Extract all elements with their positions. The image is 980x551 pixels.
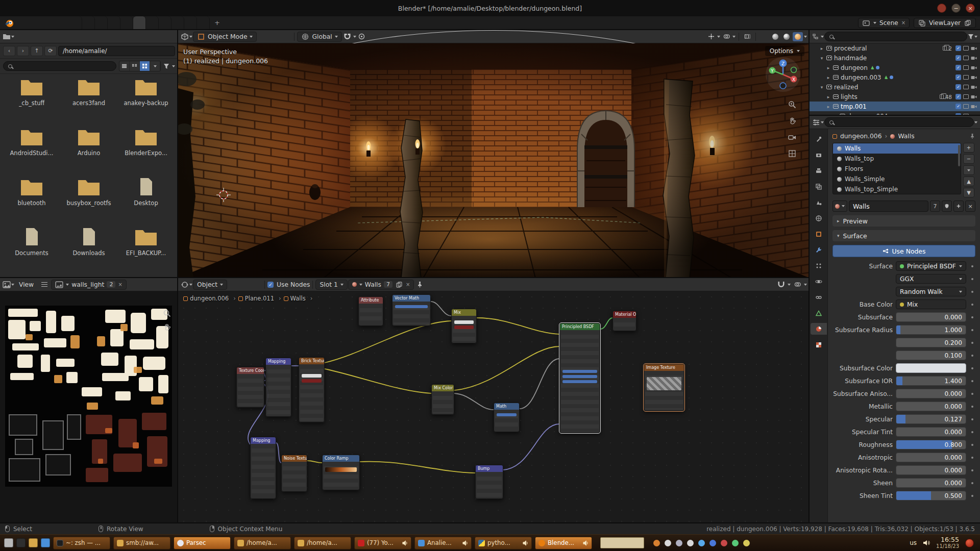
exclude-checkbox[interactable]: ✓ xyxy=(955,55,961,61)
outliner-row[interactable]: ▸ ▾ lights 48 ✓ xyxy=(810,92,980,102)
keyframe-dot[interactable] xyxy=(969,431,975,433)
snap-magnet-icon[interactable] xyxy=(342,32,353,42)
taskbar-window-button[interactable]: smb://aw... xyxy=(113,537,170,549)
chevron-down-icon[interactable] xyxy=(11,36,14,38)
property-slider[interactable]: 0.127 xyxy=(896,414,966,424)
shading-rendered-button[interactable] xyxy=(793,32,803,41)
expand-icon[interactable]: ▸ xyxy=(826,75,831,80)
hide-viewport-icon[interactable] xyxy=(963,94,969,99)
shader-type-dropdown[interactable]: Object xyxy=(193,280,227,290)
shader-node[interactable]: Math xyxy=(494,403,520,432)
property-slider[interactable]: 0.000 xyxy=(896,312,966,322)
shader-node-title[interactable]: Noise Texture xyxy=(282,455,307,462)
shader-node-title[interactable]: Texture Coordinate xyxy=(237,367,264,374)
outliner-row[interactable]: ▸ ▾ realized ✓ xyxy=(810,82,980,92)
node-canvas[interactable]: dungeon.006Plane.011Walls Attribute Vect… xyxy=(178,291,810,522)
minimize-icon[interactable]: − xyxy=(951,4,961,13)
taskbar-window-button[interactable]: Blende... xyxy=(535,537,592,549)
keyframe-dot[interactable] xyxy=(969,265,975,267)
hide-viewport-icon[interactable] xyxy=(963,85,969,89)
expand-icon[interactable]: ▸ xyxy=(819,46,824,51)
property-slider[interactable]: 1.400 xyxy=(896,376,966,386)
property-slider[interactable]: 0.500 xyxy=(896,491,966,500)
taskbar-window-button[interactable]: ~: zsh — ... xyxy=(53,537,110,549)
file-item[interactable]: _cb_stuff xyxy=(3,74,60,124)
surface-shader-dropdown[interactable]: Principled BSDF xyxy=(896,261,966,271)
viewport-menu[interactable] xyxy=(283,36,291,38)
taskbar-window-button[interactable]: (77) Yo... xyxy=(354,537,411,549)
close-icon[interactable]: × xyxy=(966,4,975,13)
zoom-icon[interactable] xyxy=(163,310,171,317)
file-search-input[interactable] xyxy=(3,61,116,71)
terminal-launcher-icon[interactable] xyxy=(16,538,26,547)
pin-icon[interactable] xyxy=(414,280,425,290)
properties-options-chevron-icon[interactable] xyxy=(974,121,977,123)
display-settings-button[interactable] xyxy=(150,61,160,71)
tab-scene[interactable] xyxy=(811,196,827,208)
gizmo-chevron-icon[interactable] xyxy=(717,36,720,38)
file-browser-menu[interactable] xyxy=(15,36,23,38)
note-icon[interactable] xyxy=(665,540,671,546)
keyframe-dot[interactable] xyxy=(969,329,975,331)
shader-node[interactable]: Principled BSDF xyxy=(559,323,600,433)
workspace-tab[interactable] xyxy=(108,16,120,29)
keyframe-dot[interactable] xyxy=(969,469,975,471)
files-launcher-icon[interactable] xyxy=(29,538,38,547)
property-slider[interactable]: 0.100 xyxy=(896,350,966,360)
breadcrumb-item[interactable]: Plane.011 xyxy=(238,295,281,302)
hide-render-icon[interactable] xyxy=(971,56,977,61)
image-editor-canvas[interactable] xyxy=(0,291,178,522)
scene-browse-icon[interactable] xyxy=(862,19,870,27)
gizmo-z-label[interactable]: Z xyxy=(781,61,785,66)
tab-tool[interactable] xyxy=(811,133,827,145)
breadcrumb-object[interactable]: dungeon.006 xyxy=(840,133,881,140)
chevron-down-icon[interactable] xyxy=(172,65,175,67)
workspace-tab[interactable] xyxy=(133,16,146,29)
chevron-down-icon[interactable] xyxy=(11,284,14,286)
hide-render-icon[interactable] xyxy=(971,94,977,99)
image-unlink-icon[interactable]: × xyxy=(118,282,122,287)
keyframe-dot[interactable] xyxy=(969,278,975,280)
power-button[interactable] xyxy=(965,539,974,547)
exclude-checkbox[interactable]: ✓ xyxy=(955,94,961,99)
viewlayer-selector[interactable]: ViewLayer xyxy=(914,18,976,28)
outliner-row[interactable]: ▸ ▾ dungeon.003 ✓ xyxy=(810,72,980,82)
file-item[interactable]: anakey-backup xyxy=(117,74,175,124)
back-button[interactable]: ‹ xyxy=(3,46,15,56)
hide-render-icon[interactable] xyxy=(971,104,977,109)
slot-move-down-button[interactable]: ▼ xyxy=(963,188,974,197)
outliner-filter-icon[interactable] xyxy=(968,34,974,39)
breadcrumb-item[interactable]: dungeon.006 xyxy=(183,295,236,302)
viewlayer-copy-icon[interactable] xyxy=(964,19,972,27)
file-item[interactable]: acers3fand xyxy=(60,74,117,124)
menu-item[interactable] xyxy=(27,21,36,24)
viewport-editor-icon[interactable] xyxy=(181,33,189,40)
shader-node[interactable]: Color Ramp xyxy=(322,455,360,490)
navigation-gizmo[interactable]: Z Y X xyxy=(765,56,801,93)
material-unlink-icon[interactable]: × xyxy=(406,282,410,287)
property-slider[interactable]: 0.000 xyxy=(896,465,966,475)
unlink-material-button[interactable]: × xyxy=(965,201,975,212)
hide-viewport-icon[interactable] xyxy=(963,46,969,51)
tab-physics[interactable] xyxy=(811,276,827,287)
menu-item[interactable] xyxy=(36,21,45,24)
workspace-tab[interactable] xyxy=(82,16,95,29)
property-slider[interactable]: 1.000 xyxy=(896,325,966,335)
pan-hand-icon[interactable] xyxy=(163,323,171,331)
hide-render-icon[interactable] xyxy=(971,65,977,70)
taskbar-window-button[interactable]: Analie... xyxy=(414,537,472,549)
tab-constraints[interactable] xyxy=(811,291,827,303)
file-item[interactable]: EFI_BACKUP... xyxy=(117,224,175,274)
tab-object[interactable] xyxy=(811,228,827,240)
shader-node-title[interactable]: Mapping xyxy=(266,358,291,365)
exclude-checkbox[interactable]: ✓ xyxy=(955,45,961,51)
property-slider[interactable]: 0.000 xyxy=(896,402,966,411)
hide-viewport-icon[interactable] xyxy=(963,75,969,80)
workspace-tab[interactable] xyxy=(197,16,210,29)
shader-node[interactable]: Brick Texture xyxy=(299,357,325,422)
vpn-icon[interactable] xyxy=(732,540,739,546)
workspace-tab[interactable] xyxy=(146,16,159,29)
hide-render-icon[interactable] xyxy=(971,46,977,51)
outliner-row[interactable]: ▸ ▾ procedural 2 ✓ xyxy=(810,43,980,53)
material-slot[interactable]: Walls_top_Simple xyxy=(833,184,961,194)
